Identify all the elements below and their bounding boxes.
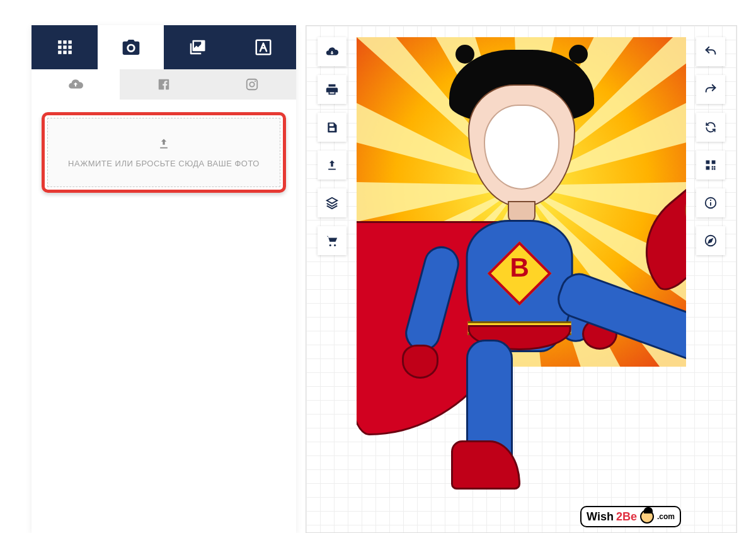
print-icon — [325, 83, 339, 96]
tab-templates[interactable] — [32, 25, 98, 69]
watermark-suffix: .com — [657, 512, 675, 521]
source-facebook[interactable] — [120, 69, 208, 100]
canvas-area: B Wish2Be.com — [306, 25, 737, 533]
svg-rect-0 — [58, 40, 61, 43]
figure-neck — [508, 201, 536, 222]
figure-chest-emblem: B — [487, 241, 551, 306]
text-icon — [254, 38, 273, 57]
svg-rect-2 — [68, 40, 71, 43]
upload-highlight: НАЖМИТЕ ИЛИ БРОСЬТЕ СЮДА ВАШЕ ФОТО — [42, 112, 286, 193]
cloud-download-icon — [325, 45, 339, 59]
svg-point-14 — [334, 244, 336, 246]
svg-point-24 — [710, 200, 711, 201]
images-icon — [188, 38, 207, 57]
svg-rect-20 — [712, 168, 714, 170]
cart-button[interactable] — [318, 226, 346, 255]
watermark-mascot-icon — [640, 510, 654, 524]
canvas-toolbar-right — [696, 37, 725, 255]
sidebar-panel: НАЖМИТЕ ИЛИ БРОСЬТЕ СЮДА ВАШЕ ФОТО — [32, 25, 296, 533]
upload-icon — [158, 137, 170, 152]
figure-torso: B — [466, 220, 573, 352]
upload-label: НАЖМИТЕ ИЛИ БРОСЬТЕ СЮДА ВАШЕ ФОТО — [68, 159, 260, 168]
svg-rect-4 — [63, 45, 66, 49]
watermark-badge: Wish2Be.com — [580, 506, 681, 527]
info-icon — [704, 196, 718, 210]
svg-rect-16 — [712, 161, 716, 164]
canvas-toolbar-left — [318, 37, 346, 255]
watermark-part2: 2Be — [616, 510, 637, 524]
svg-point-11 — [249, 82, 254, 86]
figure-glove-left — [402, 345, 438, 379]
print-button[interactable] — [318, 75, 346, 104]
cart-icon — [325, 234, 339, 248]
svg-rect-17 — [706, 166, 710, 170]
artwork-canvas[interactable]: B Wish2Be.com — [357, 37, 686, 532]
figure-face — [468, 84, 575, 207]
upload-button[interactable] — [318, 151, 346, 180]
upload-area-wrap: НАЖМИТЕ ИЛИ БРОСЬТЕ СЮДА ВАШЕ ФОТО — [32, 100, 296, 205]
refresh-icon — [704, 121, 717, 134]
download-button[interactable] — [318, 37, 346, 66]
svg-rect-15 — [706, 161, 710, 164]
svg-rect-8 — [68, 50, 71, 54]
main-tab-bar — [32, 25, 296, 69]
upload-dropzone[interactable]: НАЖМИТЕ ИЛИ БРОСЬТЕ СЮДА ВАШЕ ФОТО — [47, 118, 280, 187]
svg-rect-18 — [712, 166, 714, 168]
svg-rect-21 — [714, 168, 716, 170]
explore-button[interactable] — [696, 226, 725, 255]
tab-layers[interactable] — [164, 25, 230, 69]
svg-rect-1 — [63, 40, 66, 43]
svg-point-13 — [329, 244, 331, 246]
qr-icon — [704, 159, 717, 171]
watermark-part1: Wish — [587, 510, 614, 524]
refresh-button[interactable] — [696, 113, 725, 142]
facebook-icon — [157, 77, 171, 91]
info-button[interactable] — [696, 188, 725, 217]
qr-button[interactable] — [696, 151, 725, 180]
compass-icon — [704, 234, 718, 248]
layers-button[interactable] — [318, 188, 346, 217]
figure-boot-right — [621, 163, 686, 297]
cloud-upload-icon — [67, 76, 84, 93]
undo-icon — [704, 45, 718, 59]
redo-button[interactable] — [696, 75, 725, 104]
svg-rect-7 — [63, 50, 66, 54]
camera-icon — [121, 37, 141, 57]
svg-point-12 — [255, 81, 256, 82]
face-photo-slot[interactable] — [484, 105, 559, 190]
redo-icon — [704, 83, 718, 96]
instagram-icon — [245, 77, 259, 91]
source-tab-bar — [32, 69, 296, 100]
upload-icon — [326, 159, 338, 171]
app-root: НАЖМИТЕ ИЛИ БРОСЬТЕ СЮДА ВАШЕ ФОТО — [0, 0, 756, 533]
source-upload[interactable] — [32, 69, 120, 100]
svg-rect-6 — [58, 50, 61, 54]
svg-rect-19 — [714, 166, 716, 168]
grid-icon — [57, 39, 73, 55]
save-icon — [326, 121, 338, 134]
tab-photo[interactable] — [98, 25, 164, 69]
undo-button[interactable] — [696, 37, 725, 66]
chest-letter: B — [499, 253, 539, 294]
svg-rect-3 — [58, 45, 61, 49]
tab-text[interactable] — [230, 25, 296, 69]
save-button[interactable] — [318, 113, 346, 142]
caricature-figure: B — [357, 37, 686, 532]
layers-icon — [325, 196, 339, 210]
source-instagram[interactable] — [208, 69, 296, 100]
svg-rect-5 — [68, 45, 71, 49]
